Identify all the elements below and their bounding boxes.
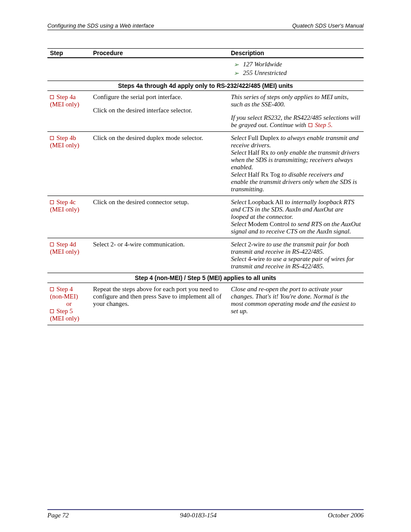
- th-description: Description: [228, 49, 364, 58]
- footer-left: Page 72: [47, 512, 69, 519]
- checkbox-icon: [50, 95, 54, 99]
- checkbox-icon: [50, 287, 54, 291]
- description-text: Select Full Duplex to always enable tran…: [228, 132, 364, 196]
- checkbox-icon: [50, 309, 54, 313]
- step-label: Step 4c: [56, 199, 76, 205]
- step-subtext: (non-MEI): [50, 293, 88, 300]
- step-subtext: (MEI only): [50, 248, 88, 255]
- description-text: This series of steps only applies to MEI…: [231, 93, 361, 108]
- checkbox-icon: [50, 243, 54, 246]
- step-label: Step 4d: [56, 241, 76, 248]
- th-procedure: Procedure: [90, 49, 228, 58]
- step-subtext: (MEI only): [50, 315, 88, 322]
- step-label: Step 4a: [56, 93, 76, 100]
- step-subtext: (MEI only): [50, 206, 88, 213]
- banner-text: Step 4 (non-MEI) / Step 5 (MEI) applies …: [47, 273, 364, 283]
- procedure-text: Click on the desired interface selector.: [93, 107, 226, 114]
- step-5-link[interactable]: Step 5.: [315, 121, 333, 128]
- footer-right: October 2006: [328, 512, 364, 519]
- bullet-text: 255 Unrestricted: [243, 69, 287, 77]
- procedure-table: Step Procedure Description ➢ 127 Worldwi…: [47, 48, 364, 325]
- table-row: Step 4c (MEI only) Click on the desired …: [47, 196, 364, 238]
- arrow-icon: ➢: [234, 61, 243, 68]
- bullet-text: 127 Worldwide: [243, 61, 282, 68]
- th-step: Step: [47, 49, 90, 58]
- procedure-text: Select 2- or 4-wire communication.: [90, 238, 228, 273]
- table-row: Step 4 (non-MEI) or Step 5 (MEI only) Re…: [47, 283, 364, 325]
- page-header: Configuring the SDS using a Web interfac…: [47, 22, 364, 30]
- header-right: Quatech SDS User's Manual: [292, 22, 364, 29]
- table-row: Step 4b (MEI only) Click on the desired …: [47, 132, 364, 196]
- table-row: ➢ 127 Worldwide ➢ 255 Unrestricted: [47, 58, 364, 81]
- step-label: Step 5: [56, 308, 73, 314]
- bullet-item: ➢ 127 Worldwide: [231, 61, 361, 68]
- procedure-text: Configure the serial port interface.: [93, 93, 226, 101]
- step-or: or: [50, 300, 88, 308]
- description-text: Close and re-open the port to activate y…: [228, 283, 364, 325]
- checkbox-icon: [50, 136, 54, 140]
- table-row: Step 4d (MEI only) Select 2- or 4-wire c…: [47, 238, 364, 273]
- checkbox-icon: [308, 123, 312, 127]
- header-left: Configuring the SDS using a Web interfac…: [47, 22, 154, 29]
- step-label: Step 4b: [56, 134, 76, 141]
- procedure-text: Click on the desired duplex mode selecto…: [90, 132, 228, 196]
- description-text: If you select RS232, the RS422/485 selec…: [231, 114, 361, 129]
- section-banner: Step 4 (non-MEI) / Step 5 (MEI) applies …: [47, 273, 364, 283]
- table-row: Step 4a (MEI only) Configure the serial …: [47, 91, 364, 132]
- procedure-text: Repeat the steps above for each port you…: [90, 283, 228, 325]
- banner-text: Steps 4a through 4d apply only to RS-232…: [47, 81, 364, 91]
- footer-center: 940-0183-154: [180, 512, 217, 519]
- description-text: Select 2-wire to use the transmit pair f…: [228, 238, 364, 273]
- bullet-item: ➢ 255 Unrestricted: [231, 69, 361, 77]
- step-subtext: (MEI only): [50, 142, 88, 149]
- section-banner: Steps 4a through 4d apply only to RS-232…: [47, 81, 364, 91]
- step-label: Step 4: [56, 286, 73, 292]
- arrow-icon: ➢: [234, 69, 243, 77]
- procedure-text: Click on the desired connector setup.: [90, 196, 228, 238]
- page-footer: Page 72 940-0183-154 October 2006: [47, 509, 364, 519]
- step-subtext: (MEI only): [50, 101, 88, 108]
- checkbox-icon: [50, 200, 54, 204]
- description-text: Select Loopback All to internally loopba…: [228, 196, 364, 238]
